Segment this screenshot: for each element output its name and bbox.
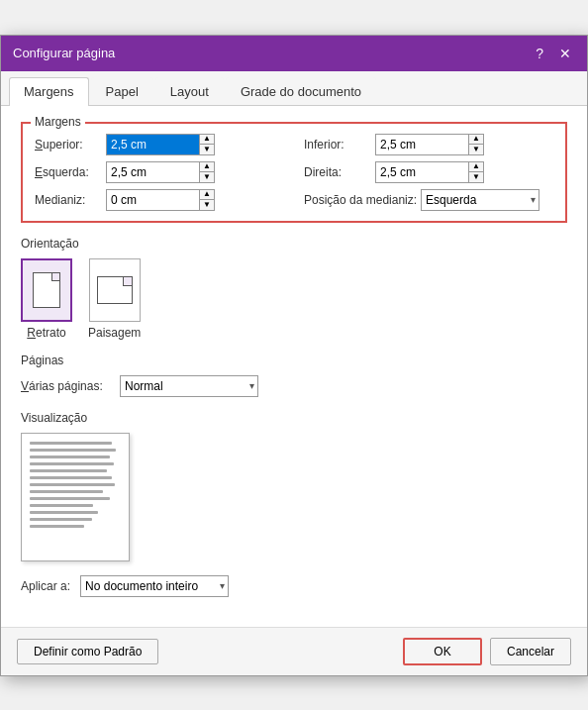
preview-line-1 <box>30 442 112 445</box>
portrait-page-icon <box>33 272 60 308</box>
margins-legend: Margens <box>31 115 85 129</box>
esquerda-cell: Esquerda: ▲ ▼ <box>35 161 284 183</box>
orientation-section: Orientação Retrato P <box>21 237 567 340</box>
orientation-options: Retrato Paisagem <box>21 258 567 340</box>
apply-select[interactable]: No documento inteiro Daqui em diante <box>80 575 229 597</box>
pos-medianiz-label: Posição da medianiz: <box>304 193 421 207</box>
direita-spinner-buttons: ▲ ▼ <box>468 162 483 182</box>
superior-input[interactable] <box>107 135 199 154</box>
direita-up-btn[interactable]: ▲ <box>469 162 483 172</box>
tab-papel[interactable]: Papel <box>91 77 153 105</box>
esquerda-up-btn[interactable]: ▲ <box>200 162 214 172</box>
tab-margens[interactable]: Margens <box>9 77 89 106</box>
tab-bar: Margens Papel Layout Grade do documento <box>1 71 587 106</box>
esquerda-label: Esquerda: <box>35 165 106 179</box>
superior-spinner[interactable]: ▲ ▼ <box>106 134 215 155</box>
dialog-title: Configurar página <box>13 46 115 60</box>
apply-label: Aplicar a: <box>21 579 70 593</box>
medianiz-down-btn[interactable]: ▼ <box>200 199 214 210</box>
ok-button[interactable]: OK <box>403 638 482 665</box>
inferior-spinner-buttons: ▲ ▼ <box>468 135 483 154</box>
direita-label: Direita: <box>304 165 375 179</box>
superior-cell: Superior: ▲ ▼ <box>35 134 284 155</box>
preview-line-4 <box>30 462 114 465</box>
preview-line-2 <box>30 449 116 452</box>
title-bar-controls: ? ✕ <box>532 45 575 62</box>
close-button[interactable]: ✕ <box>555 45 575 62</box>
preview-line-12 <box>30 518 92 521</box>
direita-input[interactable] <box>376 162 468 182</box>
footer-right-buttons: OK Cancelar <box>403 638 571 665</box>
pos-medianiz-select-wrapper: Esquerda Direita Cima ▾ <box>421 189 539 211</box>
medianiz-spinner-buttons: ▲ ▼ <box>199 190 214 210</box>
direita-cell: Direita: ▲ ▼ <box>304 161 553 183</box>
tab-layout[interactable]: Layout <box>155 77 224 105</box>
preview-line-10 <box>30 504 93 507</box>
inferior-up-btn[interactable]: ▲ <box>469 135 483 145</box>
direita-down-btn[interactable]: ▼ <box>469 171 483 182</box>
direita-spinner[interactable]: ▲ ▼ <box>375 161 484 183</box>
preview-box <box>21 433 130 561</box>
preview-line-6 <box>30 476 112 479</box>
apply-row: Aplicar a: No documento inteiro Daqui em… <box>21 575 567 597</box>
inferior-input[interactable] <box>376 135 468 154</box>
superior-down-btn[interactable]: ▼ <box>200 144 214 154</box>
preview-line-5 <box>30 469 107 472</box>
medianiz-spinner[interactable]: ▲ ▼ <box>106 189 215 211</box>
esquerda-spinner-buttons: ▲ ▼ <box>199 162 214 182</box>
inferior-spinner[interactable]: ▲ ▼ <box>375 134 484 155</box>
pages-section: Páginas Várias páginas: Normal Margem es… <box>21 354 567 397</box>
varias-select-wrapper: Normal Margem espelho 2 páginas por folh… <box>120 375 258 397</box>
preview-lines <box>30 442 121 528</box>
paisagem-icon <box>89 258 141 322</box>
preview-section: Visualização <box>21 411 567 561</box>
retrato-label: Retrato <box>27 326 65 340</box>
medianiz-label: Medianiz: <box>35 193 106 207</box>
pages-row: Várias páginas: Normal Margem espelho 2 … <box>21 375 567 397</box>
dialog-content: Margens Superior: ▲ ▼ <box>1 106 587 627</box>
esquerda-down-btn[interactable]: ▼ <box>200 171 214 182</box>
preview-line-8 <box>30 490 103 493</box>
title-bar: Configurar página ? ✕ <box>1 36 587 71</box>
orientation-label: Orientação <box>21 237 567 251</box>
preview-line-11 <box>30 511 98 514</box>
preview-line-9 <box>30 497 110 500</box>
inferior-cell: Inferior: ▲ ▼ <box>304 134 553 155</box>
preview-line-3 <box>30 456 110 458</box>
preview-line-13 <box>30 525 84 528</box>
retrato-icon <box>21 258 72 322</box>
pages-label: Páginas <box>21 354 567 367</box>
superior-label: Superior: <box>35 138 106 152</box>
medianiz-up-btn[interactable]: ▲ <box>200 190 214 200</box>
preview-label: Visualização <box>21 411 567 425</box>
margins-row-1: Superior: ▲ ▼ Inferior: <box>35 134 553 155</box>
medianiz-input[interactable] <box>107 190 199 210</box>
margins-row-3: Medianiz: ▲ ▼ Posição da medianiz: <box>35 189 553 211</box>
help-button[interactable]: ? <box>532 45 547 62</box>
varias-select[interactable]: Normal Margem espelho 2 páginas por folh… <box>120 375 258 397</box>
margins-group: Margens Superior: ▲ ▼ <box>21 122 567 223</box>
esquerda-input[interactable] <box>107 162 199 182</box>
varias-label: Várias páginas: <box>21 379 120 393</box>
inferior-down-btn[interactable]: ▼ <box>469 144 483 154</box>
pos-medianiz-select[interactable]: Esquerda Direita Cima <box>421 189 539 211</box>
orientation-retrato[interactable]: Retrato <box>21 258 72 340</box>
default-button[interactable]: Definir como Padrão <box>17 639 158 664</box>
margins-row-2: Esquerda: ▲ ▼ Direita: <box>35 161 553 183</box>
esquerda-spinner[interactable]: ▲ ▼ <box>106 161 215 183</box>
superior-spinner-buttons: ▲ ▼ <box>199 135 214 154</box>
preview-line-7 <box>30 483 115 486</box>
dialog-footer: Definir como Padrão OK Cancelar <box>1 627 587 675</box>
configurar-pagina-dialog: Configurar página ? ✕ Margens Papel Layo… <box>0 35 588 676</box>
cancel-button[interactable]: Cancelar <box>490 638 571 665</box>
medianiz-cell: Medianiz: ▲ ▼ <box>35 189 284 211</box>
pos-medianiz-cell: Posição da medianiz: Esquerda Direita Ci… <box>304 189 553 211</box>
orientation-paisagem[interactable]: Paisagem <box>88 258 141 340</box>
paisagem-label: Paisagem <box>88 326 141 340</box>
landscape-page-icon <box>97 276 133 304</box>
superior-up-btn[interactable]: ▲ <box>200 135 214 145</box>
apply-select-wrapper: No documento inteiro Daqui em diante ▾ <box>80 575 229 597</box>
inferior-label: Inferior: <box>304 138 375 152</box>
tab-grade[interactable]: Grade do documento <box>226 77 376 105</box>
